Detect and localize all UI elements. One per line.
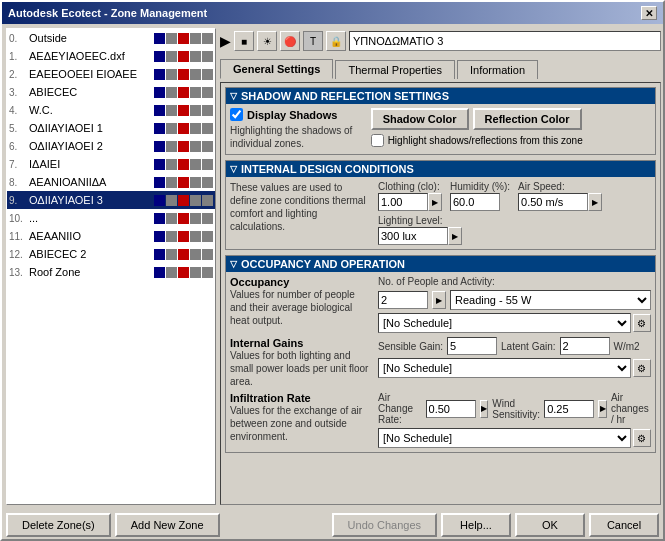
zone-list-item[interactable]: 11.ΑΕΑΑΝΙΙΟ: [7, 227, 215, 245]
air-change-spin[interactable]: ▶: [480, 400, 489, 418]
zone-list-item[interactable]: 12.ΑΒΙΕCΕC 2: [7, 245, 215, 263]
occ-left: Occupancy Values for number of people an…: [230, 276, 370, 333]
zone-icon-box: [166, 231, 177, 242]
airspeed-spin[interactable]: ▶: [588, 193, 602, 211]
zone-icon-box: [202, 231, 213, 242]
latent-input[interactable]: [560, 337, 610, 355]
icon-square[interactable]: ■: [234, 31, 254, 51]
icon-T[interactable]: T: [303, 31, 323, 51]
shadow-section-header: SHADOW AND REFLECTION SETTINGS: [226, 88, 655, 104]
zone-icon-box: [202, 123, 213, 134]
gains-schedule-select[interactable]: [No Schedule]: [378, 358, 631, 378]
icon-sun[interactable]: ☀: [257, 31, 277, 51]
highlight-checkbox[interactable]: [371, 134, 384, 147]
gains-schedule-row: [No Schedule] ⚙: [378, 358, 651, 378]
color-buttons-row: Shadow Color Reflection Color: [371, 108, 582, 130]
zone-list-item[interactable]: 2.ΕΑΕΕΟΟΕΕΙ ΕΙΟΑΕΕ: [7, 65, 215, 83]
clothing-input-row: ▶: [378, 193, 442, 211]
people-spin[interactable]: ▶: [432, 291, 446, 309]
cancel-btn[interactable]: Cancel: [589, 513, 659, 537]
zone-icon-box: [166, 213, 177, 224]
zone-list-item[interactable]: 8.ΑΕΑΝΙΟΑΝΙΙΔΑ: [7, 173, 215, 191]
zone-icon-box: [154, 249, 165, 260]
help-btn[interactable]: Help...: [441, 513, 511, 537]
infil-left: Infiltration Rate Values for the exchang…: [230, 392, 370, 448]
icon-lock[interactable]: 🔒: [326, 31, 346, 51]
tab-general[interactable]: General Settings: [220, 59, 333, 79]
zone-list-item[interactable]: 4.W.C.: [7, 101, 215, 119]
zone-list-item[interactable]: 9.ΟΔΙΙΑΥΙΑΟΕΙ 3: [7, 191, 215, 209]
display-shadows-desc: Highlighting the shadows of individual z…: [230, 124, 363, 150]
activity-select[interactable]: Reading - 55 W: [450, 290, 651, 310]
icon-flame[interactable]: 🔴: [280, 31, 300, 51]
sensible-input[interactable]: [447, 337, 497, 355]
zone-icon-box: [190, 267, 201, 278]
tab-thermal[interactable]: Thermal Properties: [335, 60, 455, 79]
shadow-section: SHADOW AND REFLECTION SETTINGS Display S…: [225, 87, 656, 155]
wind-sensitivity-spin[interactable]: ▶: [598, 400, 607, 418]
zone-list-item[interactable]: 0.Outside: [7, 29, 215, 47]
zone-icon-box: [166, 69, 177, 80]
zone-number: 13.: [9, 267, 29, 278]
zone-list-item[interactable]: 3.ΑΒΙΕCΕC: [7, 83, 215, 101]
occ-schedule-btn[interactable]: ⚙: [633, 314, 651, 332]
people-label: No. of People and Activity:: [378, 276, 651, 287]
occupancy-section: OCCUPANCY AND OPERATION Occupancy Values…: [225, 255, 656, 453]
air-change-input[interactable]: [426, 400, 476, 418]
close-button[interactable]: ✕: [641, 6, 657, 20]
zone-list-item[interactable]: 6.ΟΔΙΙΑΥΙΑΟΕΙ 2: [7, 137, 215, 155]
infil-schedule-btn[interactable]: ⚙: [633, 429, 651, 447]
internal-section-header: INTERNAL DESIGN CONDITIONS: [226, 161, 655, 177]
delete-zone-btn[interactable]: Delete Zone(s): [6, 513, 111, 537]
zone-icon-box: [154, 159, 165, 170]
reflection-color-btn[interactable]: Reflection Color: [473, 108, 582, 130]
zone-icon-box: [166, 51, 177, 62]
lighting-input[interactable]: [378, 227, 448, 245]
airspeed-input[interactable]: [518, 193, 588, 211]
window-title: Autodesk Ecotect - Zone Management: [8, 7, 207, 19]
zone-number: 4.: [9, 105, 29, 116]
add-zone-btn[interactable]: Add New Zone: [115, 513, 220, 537]
zone-list-item[interactable]: 5.ΟΔΙΙΑΥΙΑΟΕΙ 1: [7, 119, 215, 137]
zone-icon-box: [154, 177, 165, 188]
occupancy-desc: Values for number of people and their av…: [230, 288, 370, 327]
zone-icons: [154, 141, 213, 152]
infil-fields: Air Change Rate: ▶ Wind Sensitivity: ▶ A…: [378, 392, 651, 425]
zone-name-input[interactable]: [349, 31, 661, 51]
wind-sensitivity-input[interactable]: [544, 400, 594, 418]
shadow-left: Display Shadows Highlighting the shadows…: [230, 108, 363, 150]
zone-name-label: Roof Zone: [29, 266, 154, 278]
display-shadows-checkbox[interactable]: [230, 108, 243, 121]
undo-btn[interactable]: Undo Changes: [332, 513, 437, 537]
nav-arrow[interactable]: ▶: [220, 33, 231, 49]
zone-icon-box: [178, 141, 189, 152]
people-count-input[interactable]: [378, 291, 428, 309]
infil-schedule-select[interactable]: [No Schedule]: [378, 428, 631, 448]
zone-list-item[interactable]: 10....: [7, 209, 215, 227]
lighting-spin[interactable]: ▶: [448, 227, 462, 245]
zone-icon-box: [202, 33, 213, 44]
internal-fields: Clothing (clo): ▶ Humidity (%):: [378, 181, 651, 245]
humidity-input[interactable]: [450, 193, 500, 211]
tab-information[interactable]: Information: [457, 60, 538, 79]
zone-list-item[interactable]: 13.Roof Zone: [7, 263, 215, 281]
internal-gains-desc: Values for both lighting and small power…: [230, 349, 370, 388]
gains-schedule-btn[interactable]: ⚙: [633, 359, 651, 377]
zone-name-label: ΙΔΑΙΕΙ: [29, 158, 154, 170]
airspeed-group: Air Speed: ▶: [518, 181, 602, 211]
zone-icon-box: [178, 159, 189, 170]
zone-number: 12.: [9, 249, 29, 260]
clothing-input[interactable]: [378, 193, 428, 211]
occ-content: Occupancy Values for number of people an…: [226, 272, 655, 452]
ok-btn[interactable]: OK: [515, 513, 585, 537]
zone-icon-box: [154, 267, 165, 278]
occ-schedule-select[interactable]: [No Schedule]: [378, 313, 631, 333]
shadow-color-btn[interactable]: Shadow Color: [371, 108, 469, 130]
display-shadows-label: Display Shadows: [247, 109, 337, 121]
clothing-spin[interactable]: ▶: [428, 193, 442, 211]
zone-name-label: W.C.: [29, 104, 154, 116]
sensible-label: Sensible Gain:: [378, 341, 443, 352]
zone-list-item[interactable]: 1.ΑΕΔΕΥΙΑΟΕΕC.dxf: [7, 47, 215, 65]
zone-name-label: ΕΑΕΕΟΟΕΕΙ ΕΙΟΑΕΕ: [29, 68, 154, 80]
zone-list-item[interactable]: 7.ΙΔΑΙΕΙ: [7, 155, 215, 173]
